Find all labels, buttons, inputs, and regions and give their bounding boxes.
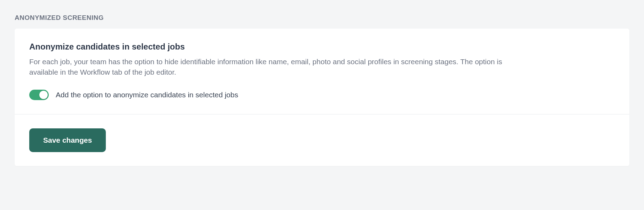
card-body: Anonymize candidates in selected jobs Fo… [15,29,629,114]
toggle-knob [39,91,48,99]
anonymize-toggle[interactable] [29,90,49,100]
toggle-row: Add the option to anonymize candidates i… [29,90,615,100]
card-description: For each job, your team has the option t… [29,57,517,78]
toggle-label: Add the option to anonymize candidates i… [56,91,238,99]
save-button[interactable]: Save changes [29,128,106,152]
card-title: Anonymize candidates in selected jobs [29,42,615,52]
card-footer: Save changes [15,114,629,166]
section-heading: ANONYMIZED SCREENING [15,14,629,22]
settings-card: Anonymize candidates in selected jobs Fo… [15,29,629,166]
